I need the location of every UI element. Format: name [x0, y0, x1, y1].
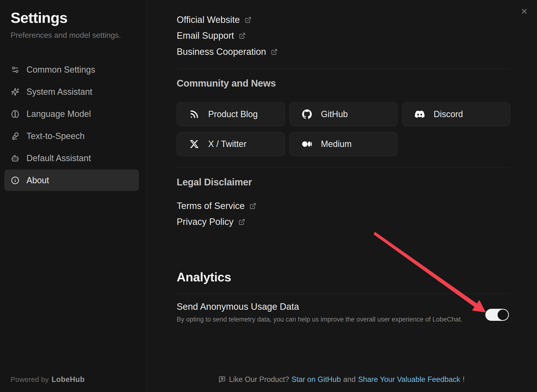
link-label: Privacy Policy [177, 217, 234, 227]
external-link-icon [250, 203, 256, 209]
sidebar-item-label: Common Settings [26, 65, 95, 75]
section-divider [177, 294, 510, 294]
star-on-github-link[interactable]: Star on GitHub [292, 375, 341, 384]
sidebar-item-default-assistant[interactable]: Default Assistant [4, 147, 139, 169]
powered-by: Powered by LobeHub [11, 375, 85, 384]
sidebar-item-label: System Assistant [26, 87, 92, 97]
footer-prefix: Like Our Product? [229, 375, 289, 384]
footer-middle: and [343, 375, 356, 384]
external-link-icon [271, 49, 278, 55]
community-buttons: Product Blog GitHub Discord X / Twitter [177, 102, 513, 156]
link-label: Business Cooperation [177, 47, 266, 57]
footer-suffix: ! [463, 375, 465, 384]
toggle-knob [498, 310, 508, 320]
business-cooperation-link[interactable]: Business Cooperation [177, 46, 278, 57]
page-title: Settings [11, 9, 68, 26]
button-label: GitHub [321, 109, 348, 119]
product-blog-button[interactable]: Product Blog [177, 102, 285, 126]
about-panel: Contact Us Official Website Email Suppor… [146, 0, 537, 392]
email-support-link[interactable]: Email Support [177, 30, 246, 41]
community-heading: Community and News [177, 78, 276, 89]
analytics-heading: Analytics [177, 270, 231, 284]
close-icon[interactable] [520, 7, 528, 15]
sidebar-item-label: Language Model [26, 109, 91, 119]
sidebar-item-language-model[interactable]: Language Model [4, 103, 139, 125]
medium-button[interactable]: Medium [289, 132, 398, 156]
sparkles-icon [11, 88, 19, 96]
button-label: Product Blog [208, 109, 258, 119]
medium-icon [302, 139, 312, 149]
discord-icon [415, 109, 425, 119]
sidebar-item-label: Default Assistant [26, 153, 91, 163]
external-link-icon [245, 17, 251, 23]
button-label: Medium [321, 139, 352, 149]
brain-icon [11, 110, 19, 118]
section-divider [177, 167, 510, 168]
sidebar-item-system-assistant[interactable]: System Assistant [4, 81, 139, 102]
page-subtitle: Preferences and model settings. [11, 31, 121, 40]
settings-sliders-icon [11, 66, 19, 74]
link-label: Email Support [177, 31, 234, 41]
telemetry-setting-description: By opting to send telemetry data, you ca… [177, 316, 510, 323]
github-icon [302, 109, 312, 119]
mic-icon [11, 132, 19, 140]
x-twitter-icon [189, 139, 199, 149]
link-label: Official Website [177, 15, 240, 25]
sidebar-item-label: Text-to-Speech [26, 131, 85, 141]
sidebar-item-common-settings[interactable]: Common Settings [4, 59, 139, 80]
sidebar-nav: Common Settings System Assistant Languag… [4, 59, 139, 192]
github-button[interactable]: GitHub [289, 102, 398, 126]
privacy-policy-link[interactable]: Privacy Policy [177, 216, 245, 227]
legal-heading: Legal Disclaimer [177, 177, 252, 188]
external-link-icon [239, 32, 246, 39]
telemetry-setting-row: Send Anonymous Usage Data By opting to s… [177, 302, 510, 323]
official-website-link[interactable]: Official Website [177, 14, 251, 25]
lobehub-brand[interactable]: LobeHub [51, 375, 85, 384]
sidebar-item-text-to-speech[interactable]: Text-to-Speech [4, 125, 139, 147]
link-label: Terms of Service [177, 201, 245, 211]
button-label: Discord [434, 109, 463, 119]
telemetry-setting-title: Send Anonymous Usage Data [177, 302, 510, 312]
x-twitter-button[interactable]: X / Twitter [177, 132, 285, 156]
share-feedback-link[interactable]: Share Your Valuable Feedback [358, 375, 460, 384]
external-link-icon [238, 219, 245, 225]
feedback-message-icon [219, 376, 226, 383]
rss-icon [189, 109, 199, 119]
settings-sidebar: Settings Preferences and model settings.… [0, 0, 146, 392]
sidebar-item-label: About [26, 175, 49, 185]
telemetry-toggle[interactable] [485, 309, 509, 321]
powered-by-label: Powered by [11, 375, 49, 384]
sidebar-item-about[interactable]: About [4, 170, 139, 191]
terms-of-service-link[interactable]: Terms of Service [177, 200, 256, 211]
feedback-footer: Like Our Product? Star on GitHub and Sha… [146, 375, 537, 384]
section-divider [177, 69, 510, 69]
discord-button[interactable]: Discord [402, 102, 510, 126]
button-label: X / Twitter [208, 139, 246, 149]
bot-icon [11, 154, 19, 162]
info-icon [11, 176, 19, 184]
contact-us-heading: Contact Us [177, 0, 227, 0]
about-content: Contact Us Official Website Email Suppor… [177, 0, 510, 392]
